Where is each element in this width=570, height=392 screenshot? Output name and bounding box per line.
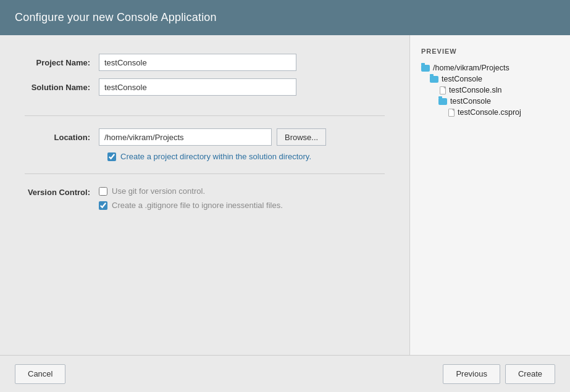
configure-dialog: Configure your new Console Application P… [0, 0, 570, 392]
folder-icon-3 [438, 98, 447, 105]
names-section: Project Name: Solution Name: [25, 54, 385, 116]
footer-left: Cancel [15, 364, 443, 384]
main-panel: Project Name: Solution Name: Location: B… [0, 35, 409, 355]
dialog-title: Configure your new Console Application [15, 11, 217, 23]
location-row: Location: Browse... [25, 128, 385, 146]
tree-label-3: testConsole [450, 97, 491, 106]
solution-name-label: Solution Name: [25, 83, 99, 92]
dialog-body: Project Name: Solution Name: Location: B… [0, 35, 570, 355]
version-control-label: Version Control: [25, 186, 99, 197]
tree-label-4: testConsole.csproj [458, 108, 521, 117]
use-git-checkbox[interactable] [99, 187, 107, 196]
use-git-label: Use git for version control. [112, 186, 205, 196]
version-control-section: Version Control: Use git for version con… [25, 186, 385, 222]
tree-label-1: testConsole [442, 75, 482, 83]
tree-item-0: /home/vikram/Projects [421, 62, 559, 73]
project-name-label: Project Name: [25, 58, 99, 67]
version-controls: Use git for version control. Create a .g… [99, 186, 283, 210]
solution-name-row: Solution Name: [25, 78, 385, 96]
file-icon-2 [440, 86, 446, 94]
dialog-header: Configure your new Console Application [0, 0, 570, 35]
preview-title: PREVIEW [421, 48, 559, 55]
location-input[interactable] [99, 128, 272, 146]
version-control-row: Version Control: Use git for version con… [25, 186, 385, 210]
create-dir-label: Create a project directory within the so… [120, 152, 311, 161]
dialog-footer: Cancel Previous Create [0, 355, 570, 392]
preview-panel: PREVIEW /home/vikram/Projects testConsol… [409, 35, 570, 355]
folder-icon-1 [430, 76, 438, 83]
tree-item-2: testConsole.sln [421, 85, 559, 96]
project-name-row: Project Name: [25, 54, 385, 71]
create-button[interactable]: Create [505, 364, 555, 384]
tree-label-2: testConsole.sln [449, 86, 501, 94]
file-icon-4 [448, 109, 455, 117]
create-dir-row: Create a project directory within the so… [107, 152, 385, 161]
location-section: Location: Browse... Create a project dir… [25, 128, 385, 174]
project-name-input[interactable] [99, 54, 296, 71]
footer-right: Previous Create [443, 364, 555, 384]
browse-button[interactable]: Browse... [277, 128, 326, 146]
tree-item-4: testConsole.csproj [421, 107, 559, 118]
cancel-button[interactable]: Cancel [15, 364, 65, 384]
solution-name-input[interactable] [99, 78, 296, 96]
previous-button[interactable]: Previous [443, 364, 500, 384]
create-gitignore-checkbox[interactable] [99, 201, 107, 210]
tree-item-1: testConsole [421, 73, 559, 85]
use-git-row: Use git for version control. [99, 186, 283, 196]
create-gitignore-label: Create a .gitignore file to ignore iness… [112, 201, 283, 210]
tree-label-0: /home/vikram/Projects [433, 64, 509, 72]
create-gitignore-row: Create a .gitignore file to ignore iness… [99, 201, 283, 210]
preview-tree: /home/vikram/Projects testConsole testCo… [421, 62, 559, 118]
location-label: Location: [25, 133, 99, 142]
create-dir-checkbox[interactable] [107, 152, 116, 161]
tree-item-3: testConsole [421, 96, 559, 107]
folder-icon-0 [421, 65, 430, 72]
